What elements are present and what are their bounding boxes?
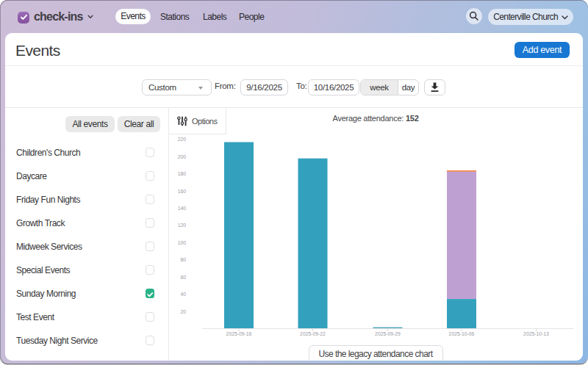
svg-text:140: 140 <box>178 206 187 211</box>
svg-text:180: 180 <box>178 171 187 176</box>
svg-text:2025-09-16: 2025-09-16 <box>226 331 252 336</box>
svg-text:120: 120 <box>178 223 187 228</box>
svg-text:2025-09-22: 2025-09-22 <box>300 331 326 336</box>
svg-text:100: 100 <box>178 240 187 245</box>
svg-text:200: 200 <box>178 154 187 159</box>
svg-text:80: 80 <box>180 257 186 262</box>
svg-text:20: 20 <box>180 309 186 314</box>
svg-text:2025-10-13: 2025-10-13 <box>523 331 549 336</box>
svg-text:40: 40 <box>180 292 186 297</box>
svg-text:2025-10-06: 2025-10-06 <box>449 331 475 336</box>
svg-text:2025-09-29: 2025-09-29 <box>375 331 401 336</box>
svg-text:160: 160 <box>178 189 187 194</box>
svg-text:220: 220 <box>178 137 187 142</box>
svg-text:60: 60 <box>180 275 186 280</box>
